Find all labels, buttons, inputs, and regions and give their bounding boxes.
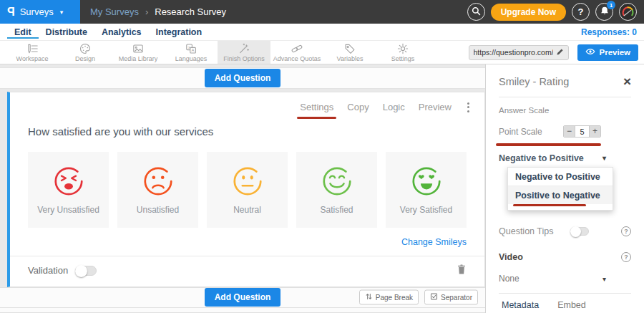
search-icon: [472, 6, 481, 18]
tag-icon: [343, 43, 356, 55]
change-smileys-link[interactable]: Change Smileys: [401, 237, 467, 247]
smiley-label: Neutral: [233, 205, 261, 215]
workspace-icon: [26, 43, 39, 55]
breadcrumb-current-survey: Research Survey: [155, 6, 226, 17]
question-tab-logic[interactable]: Logic: [383, 102, 405, 112]
close-icon[interactable]: ×: [623, 77, 631, 87]
preview-button[interactable]: Preview: [577, 44, 638, 61]
toolbar-advance-quotas[interactable]: Advance Quotas: [270, 41, 323, 64]
tab-distribute[interactable]: Distribute: [39, 25, 94, 39]
point-scale-decrement-button[interactable]: −: [564, 126, 575, 137]
satisfied-smiley-icon: [321, 165, 353, 198]
chevron-down-icon: ▾: [602, 154, 606, 162]
smiley-option-satisfied[interactable]: Satisfied: [296, 152, 377, 228]
tab-analytics[interactable]: Analytics: [94, 25, 149, 39]
question-tab-settings[interactable]: Settings: [300, 102, 333, 112]
svg-text:A: A: [192, 48, 195, 52]
tab-metadata[interactable]: Metadata: [502, 300, 539, 313]
questionpro-logo: P: [7, 6, 15, 19]
smiley-scale: Very Unsatisfied Unsatisfied: [28, 152, 467, 228]
option-negative-to-positive[interactable]: Negative to Positive: [508, 168, 613, 186]
smiley-option-unsatisfied[interactable]: Unsatisfied: [117, 152, 198, 228]
image-icon: [132, 43, 145, 55]
question-tab-preview[interactable]: Preview: [419, 102, 452, 112]
neutral-smiley-icon: [231, 165, 264, 198]
question-card-tabs: Settings Copy Logic Preview: [300, 102, 472, 113]
separator-button[interactable]: Separator: [424, 290, 478, 305]
pencil-icon[interactable]: [556, 46, 564, 59]
help-button[interactable]: ?: [572, 3, 590, 21]
toolbar-languages[interactable]: xA Languages: [165, 41, 218, 64]
video-select[interactable]: None ▾: [499, 274, 606, 284]
smiley-label: Unsatisfied: [137, 205, 179, 215]
toolbar-workspace[interactable]: Workspace: [6, 41, 59, 64]
divider: [499, 97, 631, 97]
very-unsatisfied-smiley-icon: [52, 165, 85, 198]
delete-question-icon[interactable]: [457, 264, 467, 278]
point-scale-increment-button[interactable]: +: [590, 126, 600, 137]
smiley-option-neutral[interactable]: Neutral: [207, 152, 288, 228]
canvas-footer-spacer: [0, 308, 485, 313]
smiley-option-very-unsatisfied[interactable]: Very Unsatisfied: [28, 152, 109, 228]
avatar[interactable]: [619, 3, 637, 21]
help-circle-icon[interactable]: ?: [621, 252, 631, 262]
unsatisfied-smiley-icon: [142, 165, 175, 198]
option-positive-to-negative[interactable]: Positive to Negative: [508, 186, 613, 204]
question-card: Settings Copy Logic Preview How satisfie…: [7, 92, 485, 287]
video-row: Video ?: [499, 252, 631, 262]
question-title[interactable]: How satisfied are you with our services: [28, 125, 484, 138]
add-question-button-top[interactable]: Add Question: [205, 69, 281, 87]
point-scale-row: Point Scale − 5 +: [499, 125, 631, 138]
toolbar-settings[interactable]: Settings: [376, 41, 429, 64]
questionpro-app: P Surveys ▾ My Surveys › Research Survey…: [0, 0, 644, 313]
add-question-button-bottom[interactable]: Add Question: [205, 288, 281, 307]
question-settings-panel: Smiley - Rating × Answer Scale Point Sca…: [485, 64, 644, 313]
question-tab-copy[interactable]: Copy: [347, 102, 369, 112]
app-menu-surveys[interactable]: P Surveys ▾: [0, 0, 80, 24]
answer-scale-label: Answer Scale: [499, 106, 631, 115]
annotation-underline-point-scale: [496, 143, 601, 146]
editor-toolbar: Workspace Design Media Library xA Langua…: [0, 41, 644, 64]
survey-url-field[interactable]: https://questionpro.com/t/A: [469, 45, 569, 60]
smiley-option-very-satisfied[interactable]: Very Satisfied: [386, 152, 467, 228]
survey-url-text: https://questionpro.com/t/A: [474, 48, 553, 57]
canvas-footer: Add Question Page Break Separator: [0, 287, 485, 308]
help-icon: ?: [578, 6, 584, 17]
page-break-button[interactable]: Page Break: [359, 290, 419, 305]
search-button[interactable]: [467, 3, 485, 21]
validation-toggle[interactable]: [75, 266, 97, 276]
smiley-label: Very Satisfied: [400, 205, 452, 215]
add-question-strip-top: Add Question: [0, 67, 485, 89]
responses-count[interactable]: Responses: 0: [581, 27, 637, 37]
upgrade-now-button[interactable]: Upgrade Now: [491, 4, 566, 21]
help-circle-icon[interactable]: ?: [621, 226, 631, 236]
tab-embed[interactable]: Embed: [557, 300, 586, 313]
video-label: Video: [499, 252, 523, 262]
toolbar-finish-options[interactable]: Finish Options: [218, 41, 270, 64]
scale-direction-value: Negative to Positive: [499, 153, 584, 163]
notifications-button[interactable]: 1: [595, 3, 613, 21]
notification-count-badge: 1: [607, 1, 615, 9]
tab-edit[interactable]: Edit: [7, 25, 39, 39]
scale-direction-select[interactable]: Negative to Positive ▾: [499, 153, 606, 163]
video-select-value: None: [499, 274, 519, 284]
toolbar-design[interactable]: Design: [59, 41, 112, 64]
very-satisfied-smiley-icon: [410, 165, 443, 198]
toolbar-media-library[interactable]: Media Library: [112, 41, 165, 64]
chain-link-icon: [291, 43, 303, 55]
smiley-label: Satisfied: [320, 205, 353, 215]
breadcrumb-my-surveys[interactable]: My Surveys: [90, 6, 139, 17]
topbar: P Surveys ▾ My Surveys › Research Survey…: [0, 0, 644, 24]
toolbar-right: https://questionpro.com/t/A Preview: [469, 41, 644, 64]
survey-nav: Edit Distribute Analytics Integration Re…: [0, 24, 644, 41]
question-tips-toggle[interactable]: [570, 227, 589, 236]
tab-integration[interactable]: Integration: [149, 25, 210, 39]
wand-icon: [238, 43, 250, 55]
divider: [499, 293, 631, 294]
more-options-icon[interactable]: [465, 102, 472, 113]
point-scale-value[interactable]: 5: [575, 126, 590, 137]
validation-row: Validation: [10, 256, 484, 286]
panel-title: Smiley - Rating: [499, 76, 569, 87]
scale-direction-dropdown: Negative to Positive Positive to Negativ…: [507, 167, 613, 211]
toolbar-variables[interactable]: Variables: [323, 41, 376, 64]
